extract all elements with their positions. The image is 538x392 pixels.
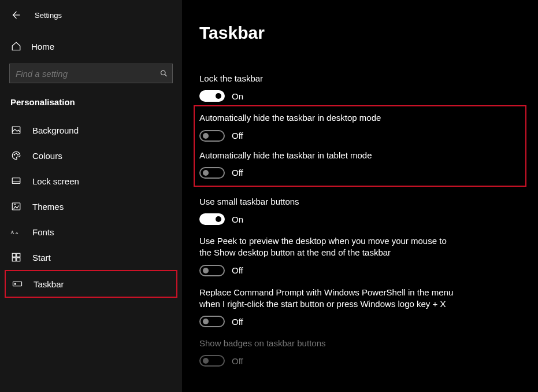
toggle-state: On <box>232 215 243 224</box>
app-title: Settings <box>35 11 62 20</box>
fonts-icon: A A <box>10 226 22 238</box>
section-title: Personalisation <box>0 83 182 114</box>
setting-label: Automatically hide the taskbar in deskto… <box>199 112 459 124</box>
setting-label: Lock the taskbar <box>199 73 459 84</box>
titlebar: Settings <box>0 6 182 24</box>
svg-rect-13 <box>12 253 16 257</box>
content-area: Taskbar Lock the taskbar On Automaticall… <box>182 0 538 392</box>
svg-text:A: A <box>15 231 18 235</box>
svg-point-4 <box>14 154 15 156</box>
nav-label: Fonts <box>32 227 54 237</box>
setting-hide-desktop: Automatically hide the taskbar in deskto… <box>199 112 459 141</box>
lockscreen-icon <box>10 175 22 187</box>
toggle-badges <box>199 355 225 367</box>
toggle-powershell[interactable] <box>199 316 225 327</box>
setting-powershell: Replace Command Prompt with Windows Powe… <box>199 287 459 328</box>
setting-peek: Use Peek to preview the desktop when you… <box>199 235 459 276</box>
setting-badges: Show badges on taskbar buttons Off <box>199 338 459 367</box>
search-icon[interactable] <box>159 69 168 78</box>
svg-rect-18 <box>14 283 16 285</box>
svg-rect-7 <box>12 178 20 184</box>
toggle-hide-desktop[interactable] <box>199 130 225 142</box>
nav-item-taskbar[interactable]: Taskbar <box>6 271 176 297</box>
nav-item-taskbar-highlight: Taskbar <box>5 270 177 298</box>
svg-line-2 <box>165 75 166 76</box>
themes-icon <box>10 201 22 212</box>
toggle-hide-tablet[interactable] <box>199 167 225 179</box>
nav-item-start[interactable]: Start <box>0 245 182 270</box>
setting-label: Use Peek to preview the desktop when you… <box>199 235 459 259</box>
palette-icon <box>10 150 22 161</box>
svg-rect-15 <box>12 258 16 261</box>
toggle-state: Off <box>232 356 243 366</box>
svg-point-1 <box>161 71 166 75</box>
toggle-state: Off <box>232 168 243 177</box>
nav-item-themes[interactable]: Themes <box>0 194 182 219</box>
setting-label: Automatically hide the taskbar in tablet… <box>199 150 459 161</box>
taskbar-icon <box>12 278 23 290</box>
nav-label: Themes <box>32 202 64 212</box>
nav-item-lockscreen[interactable]: Lock screen <box>0 168 182 194</box>
svg-text:A: A <box>10 230 14 235</box>
toggle-state: Off <box>232 265 243 275</box>
setting-label: Replace Command Prompt with Windows Powe… <box>199 287 459 310</box>
setting-label: Use small taskbar buttons <box>199 196 459 208</box>
toggle-state: Off <box>232 131 243 140</box>
nav-label: Background <box>32 125 79 135</box>
sidebar: Settings Home Personalisation <box>0 0 182 392</box>
svg-point-5 <box>16 153 17 154</box>
nav-label: Colours <box>32 151 62 161</box>
setting-hide-tablet: Automatically hide the taskbar in tablet… <box>199 150 459 179</box>
nav-label: Lock screen <box>32 176 79 186</box>
image-icon <box>10 124 22 136</box>
nav-item-colours[interactable]: Colours <box>0 143 182 168</box>
home-nav-item[interactable]: Home <box>0 35 182 58</box>
back-arrow-icon[interactable] <box>10 10 21 20</box>
highlight-group-autohide: Automatically hide the taskbar in deskto… <box>194 105 526 187</box>
home-icon <box>10 40 22 52</box>
svg-rect-16 <box>17 258 20 261</box>
nav-label: Taskbar <box>34 279 64 289</box>
toggle-state: On <box>232 91 243 101</box>
toggle-lock-taskbar[interactable] <box>199 90 225 102</box>
setting-lock-taskbar: Lock the taskbar On <box>199 73 459 102</box>
toggle-peek[interactable] <box>199 265 225 276</box>
setting-small-buttons: Use small taskbar buttons On <box>199 196 459 225</box>
toggle-state: Off <box>232 317 243 327</box>
page-title: Taskbar <box>199 23 521 43</box>
search-input[interactable] <box>9 64 173 83</box>
toggle-small-buttons[interactable] <box>199 213 225 225</box>
search-wrap <box>9 64 173 83</box>
svg-rect-14 <box>17 253 20 257</box>
nav-list: Background Colours Lock screen <box>0 117 182 298</box>
setting-label: Show badges on taskbar buttons <box>199 338 459 349</box>
start-icon <box>10 252 22 263</box>
svg-point-6 <box>17 154 18 156</box>
home-label: Home <box>31 42 54 51</box>
nav-item-fonts[interactable]: A A Fonts <box>0 219 182 245</box>
nav-label: Start <box>32 253 51 262</box>
nav-item-background[interactable]: Background <box>0 117 182 143</box>
